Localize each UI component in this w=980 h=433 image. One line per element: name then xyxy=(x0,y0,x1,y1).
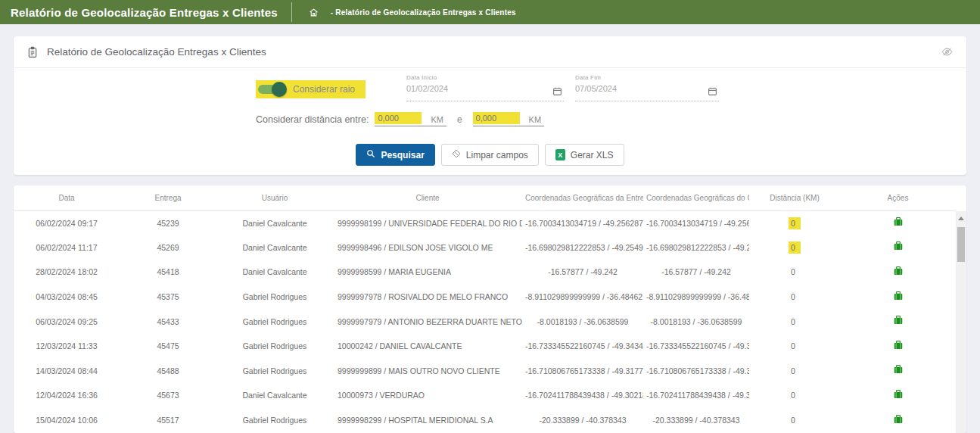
date-start-value: 01/02/2024 xyxy=(406,84,564,93)
column-header-cliente: Cliente xyxy=(333,185,522,210)
column-header-distancia: Distância (KM) xyxy=(749,185,840,210)
row-client-coordinates: -8.911029899999999 / -36.4846218 xyxy=(646,292,749,301)
row-client-coordinates: -16.710806765173338 / -49.317788 xyxy=(646,366,749,375)
row-user: Gabriel Rodrigues xyxy=(243,317,307,326)
distance-min-input[interactable]: 0,000 xyxy=(375,112,422,124)
row-client-coordinates: -20.333899 / -40.378343 xyxy=(652,416,739,425)
consider-radius-toggle[interactable] xyxy=(258,83,285,96)
row-client: 9999998299 / HOSPITAL MERIDIONAL S.A xyxy=(338,416,493,425)
briefcase-icon xyxy=(893,414,904,427)
row-client-coordinates: -16.57877 / -49.242 xyxy=(661,267,731,276)
briefcase-icon xyxy=(893,389,904,402)
panel-title: Relatório de Geolocalização Entregas x C… xyxy=(47,46,941,58)
results-table-card: Data Entrega Usuário Cliente Coordenadas… xyxy=(14,185,966,433)
row-delivery-number: 45488 xyxy=(157,366,179,375)
table-row: 06/02/2024 09:17 45239 Daniel Cavalcante… xyxy=(14,210,956,235)
distance-max-input[interactable]: 0,000 xyxy=(473,112,520,124)
clear-fields-button[interactable]: Limpar campos xyxy=(441,144,539,166)
row-date: 12/03/2024 11:33 xyxy=(36,341,98,350)
breadcrumb: - Relatório de Geolocalização Entregas x… xyxy=(331,8,516,17)
briefcase-icon xyxy=(893,340,904,353)
toggle-knob xyxy=(272,82,287,97)
date-start-field[interactable]: Data Início 01/02/2024 xyxy=(406,74,564,101)
row-delivery-coordinates: -8.911029899999999 / -36.48462 xyxy=(525,292,642,301)
scroll-up-arrow-icon[interactable] xyxy=(958,216,964,220)
row-distance: 0 xyxy=(789,414,801,426)
row-delivery-number: 45433 xyxy=(157,317,179,326)
column-header-data: Data xyxy=(14,185,120,210)
export-xls-button-label: Gerar XLS xyxy=(571,150,614,160)
row-user: Daniel Cavalcante xyxy=(242,267,306,276)
delivery-action-button[interactable] xyxy=(891,388,905,403)
row-client-coordinates: -16.7003413034719 / -49.2562877 xyxy=(646,219,749,228)
column-header-usuario: Usuário xyxy=(216,185,333,210)
consider-radius-toggle-group: Considerar raio xyxy=(256,80,366,98)
filter-card-body: Considerar raio Data Início 01/02/2024 D… xyxy=(14,68,966,174)
row-client: 9999997979 / ANTONIO BEZERRA DUARTE NETO xyxy=(338,317,522,326)
row-delivery-number: 45418 xyxy=(157,267,179,276)
row-delivery-number: 45517 xyxy=(157,416,179,425)
eye-off-icon[interactable] xyxy=(941,47,953,57)
delivery-action-button[interactable] xyxy=(891,215,905,231)
row-user: Gabriel Rodrigues xyxy=(243,292,307,301)
table-row: 12/04/2024 16:36 45673 Daniel Cavalcante… xyxy=(14,383,956,408)
row-date: 12/04/2024 16:36 xyxy=(36,391,98,400)
briefcase-icon xyxy=(893,291,904,304)
row-distance: 0 xyxy=(789,241,801,254)
scrollbar-thumb[interactable] xyxy=(957,227,965,262)
search-button[interactable]: Pesquisar xyxy=(356,144,434,166)
delivery-action-button[interactable] xyxy=(891,239,905,255)
filter-card-header: Relatório de Geolocalização Entregas x C… xyxy=(14,36,966,68)
date-end-label: Data Fim xyxy=(575,74,719,81)
row-delivery-number: 45239 xyxy=(157,219,179,228)
row-client: 9999997978 / ROSIVALDO DE MELO FRANCO xyxy=(338,292,508,301)
calendar-icon[interactable] xyxy=(708,86,717,96)
delivery-action-button[interactable] xyxy=(891,363,905,378)
table-header-row: Data Entrega Usuário Cliente Coordenadas… xyxy=(14,185,956,210)
row-client: 10000973 / VERDURAO xyxy=(338,391,425,400)
row-date: 06/02/2024 09:17 xyxy=(36,219,98,228)
row-date: 06/02/2024 11:17 xyxy=(36,243,98,252)
row-distance: 0 xyxy=(789,365,801,377)
home-icon[interactable] xyxy=(309,8,319,17)
distance-label: Considerar distância entre: xyxy=(256,114,369,126)
delivery-action-button[interactable] xyxy=(891,264,905,280)
header-divider xyxy=(291,2,292,22)
distance-connector: e xyxy=(457,114,462,125)
consider-radius-label: Considerar raio xyxy=(293,84,355,95)
app-title: Relatório de Geolocalização Entregas x C… xyxy=(11,6,278,19)
clear-fields-button-label: Limpar campos xyxy=(466,150,528,160)
column-header-coordenadas-cliente: Coordenadas Geográficas do Cliente xyxy=(643,185,749,210)
vertical-scrollbar[interactable] xyxy=(956,211,966,433)
row-delivery-coordinates: -16.57877 / -49.242 xyxy=(548,267,618,276)
date-end-value: 07/05/2024 xyxy=(575,84,719,93)
delivery-action-button[interactable] xyxy=(891,413,905,428)
row-date: 06/03/2024 09:25 xyxy=(36,317,98,326)
table-row: 04/03/2024 08:45 45375 Gabriel Rodrigues… xyxy=(14,285,956,310)
distance-min-field: 0,000 KM xyxy=(375,112,446,126)
delivery-action-button[interactable] xyxy=(891,338,905,354)
delivery-action-button[interactable] xyxy=(891,313,905,329)
distance-filter-row: Considerar distância entre: 0,000 KM e 0… xyxy=(256,112,552,126)
row-distance: 0 xyxy=(789,389,801,401)
row-client-coordinates: -16.698029812222853 / -49.25490 xyxy=(646,243,749,252)
row-client: 10000242 / DANIEL CAVALCANTE xyxy=(338,341,462,350)
row-client: 9999998199 / UNIVERSIDADE FEDERAL DO RIO… xyxy=(338,219,522,228)
export-xls-button[interactable]: X Gerar XLS xyxy=(545,144,624,166)
table-row: 14/03/2024 08:44 45488 Gabriel Rodrigues… xyxy=(14,359,956,384)
delivery-action-button[interactable] xyxy=(891,289,905,305)
row-user: Gabriel Rodrigues xyxy=(243,366,307,375)
filter-buttons-row: Pesquisar Limpar campos X Gerar XLS xyxy=(14,144,966,166)
date-start-label: Data Início xyxy=(406,74,564,81)
row-distance: 0 xyxy=(789,316,801,328)
table-row: 06/03/2024 09:25 45433 Gabriel Rodrigues… xyxy=(14,309,956,334)
row-delivery-coordinates: -8.0018193 / -36.0638599 xyxy=(537,317,629,326)
date-end-field[interactable]: Data Fim 07/05/2024 xyxy=(575,74,719,101)
row-user: Daniel Cavalcante xyxy=(242,391,306,400)
calendar-icon[interactable] xyxy=(552,86,562,96)
row-date: 04/03/2024 08:45 xyxy=(36,292,98,301)
row-distance: 0 xyxy=(789,217,801,229)
row-user: Gabriel Rodrigues xyxy=(243,341,307,350)
row-client: 9999999899 / MAIS OUTRO NOVO CLIENTE xyxy=(338,366,500,375)
distance-min-unit: KM xyxy=(431,115,446,124)
